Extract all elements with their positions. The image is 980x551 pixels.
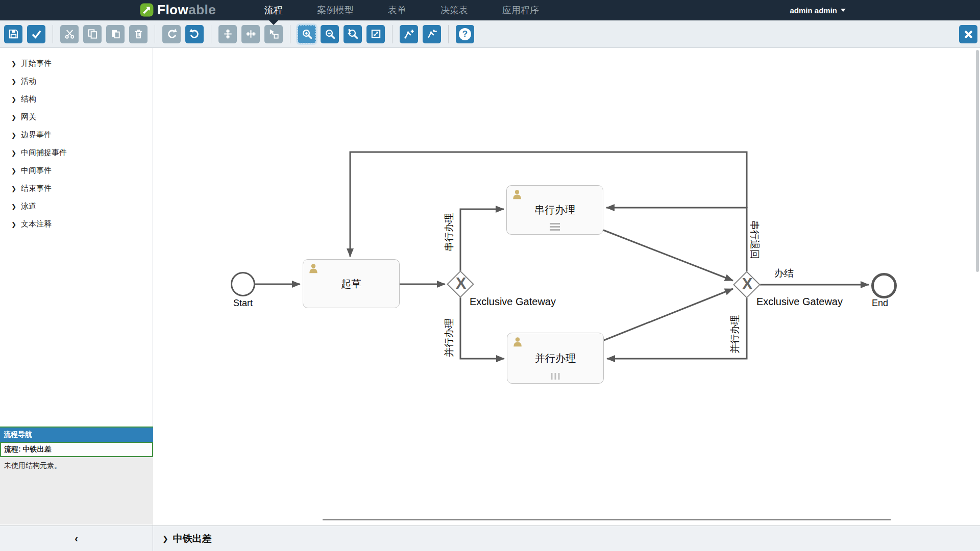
sequential-multi-instance-icon <box>550 223 560 231</box>
toolbar-separator <box>392 25 393 43</box>
toolbar-separator <box>211 25 211 43</box>
align-vertical-icon <box>222 28 234 40</box>
palette-group-end-events[interactable]: ❯结束事件 <box>0 180 153 197</box>
toolbar-separator <box>155 25 155 43</box>
same-size-button[interactable] <box>264 25 283 43</box>
trash-icon <box>133 28 144 40</box>
redo-button[interactable] <box>162 25 181 43</box>
validate-button[interactable] <box>27 25 45 43</box>
palette-group-text-annotation[interactable]: ❯文本注释 <box>0 215 153 233</box>
flow-serial-to-gateway2 <box>603 230 733 281</box>
palette-group-intermediate-events[interactable]: ❯中间事件 <box>0 162 153 180</box>
add-bendpoint-icon <box>403 28 415 40</box>
start-event[interactable] <box>231 272 255 296</box>
bottom-bar: ‹ ❯ 中铁出差 <box>0 525 980 551</box>
zoom-in-icon <box>301 28 313 40</box>
user-task-icon <box>511 189 523 200</box>
undo-icon <box>189 28 201 40</box>
cut-button[interactable] <box>60 25 79 43</box>
cut-icon <box>64 28 76 40</box>
editor-toolbar: 1 ? <box>0 20 980 48</box>
nav-tab-processes[interactable]: 流程 <box>264 0 283 20</box>
flow-gateway2-return-parallel <box>607 298 747 359</box>
parallel-multi-instance-icon <box>551 373 560 380</box>
palette-group-intermediate-catching-events[interactable]: ❯中间捕捉事件 <box>0 144 153 162</box>
edge-label-serial-branch: 串行办理 <box>443 213 456 252</box>
zoom-actual-button[interactable]: 1 <box>344 25 362 43</box>
chevron-right-icon: ❯ <box>11 96 16 103</box>
copy-button[interactable] <box>83 25 102 43</box>
collapse-sidebar-icon[interactable]: ‹ <box>75 533 78 544</box>
gateway-x-icon: X <box>456 274 467 293</box>
close-editor-button[interactable] <box>959 25 977 43</box>
chevron-right-icon: ❯ <box>11 168 16 174</box>
canvas-vertical-scrollbar[interactable] <box>976 50 979 272</box>
task-parallel-label: 并行办理 <box>535 352 576 365</box>
task-draft-label: 起草 <box>341 277 361 291</box>
flow-parallel-to-gateway2 <box>604 289 733 340</box>
shape-palette: ❯开始事件 ❯活动 ❯结构 ❯网关 ❯边界事件 ❯中间捕捉事件 ❯中间事件 ❯结… <box>0 48 153 233</box>
align-horizontal-button[interactable] <box>241 25 260 43</box>
palette-group-boundary-events[interactable]: ❯边界事件 <box>0 126 153 144</box>
same-size-icon <box>268 28 280 40</box>
palette-group-activities[interactable]: ❯活动 <box>0 72 153 90</box>
nav-tab-case-models[interactable]: 案例模型 <box>317 0 354 20</box>
edge-label-serial-return: 串行退回 <box>748 220 761 259</box>
align-vertical-button[interactable] <box>218 25 237 43</box>
palette-group-swimlanes[interactable]: ❯泳道 <box>0 197 153 215</box>
help-icon: ? <box>459 28 471 40</box>
chevron-right-icon: ❯ <box>11 186 16 192</box>
zoom-fit-icon <box>370 28 382 40</box>
flowable-logo-icon <box>139 2 155 18</box>
palette-group-start-events[interactable]: ❯开始事件 <box>0 55 153 72</box>
diagram-canvas[interactable]: Start 起草 X Exclusive Gateway 串行办理 并行办理 X… <box>153 48 980 525</box>
add-bendpoint-button[interactable] <box>400 25 418 43</box>
process-navigator-panel: 流程导航 流程: 中铁出差 未使用结构元素。 <box>0 427 153 525</box>
zoom-in-button[interactable] <box>298 25 316 43</box>
paste-icon <box>110 28 121 40</box>
task-draft[interactable]: 起草 <box>303 259 400 308</box>
chevron-right-icon: ❯ <box>11 150 16 156</box>
task-serial-label: 串行办理 <box>534 203 575 217</box>
nav-tab-apps[interactable]: 应用程序 <box>502 0 539 20</box>
exclusive-gateway-2-label: Exclusive Gateway <box>756 296 843 308</box>
toolbar-separator <box>448 25 449 43</box>
save-button[interactable] <box>4 25 22 43</box>
close-icon <box>963 29 974 40</box>
help-button[interactable]: ? <box>456 25 474 43</box>
task-parallel[interactable]: 并行办理 <box>507 333 604 384</box>
nav-tab-decision-tables[interactable]: 决策表 <box>440 0 468 20</box>
canvas-horizontal-scrollbar[interactable] <box>323 519 891 520</box>
sidebar-collapse-area: ‹ <box>0 526 153 551</box>
user-menu[interactable]: admin admin <box>790 0 846 20</box>
gateway-x-icon: X <box>742 275 753 293</box>
edge-label-complete: 办结 <box>764 267 804 280</box>
palette-group-structural[interactable]: ❯结构 <box>0 90 153 108</box>
zoom-out-icon <box>324 28 336 40</box>
undo-button[interactable] <box>185 25 204 43</box>
edge-label-parallel-return: 并行办理 <box>728 315 742 354</box>
end-event[interactable] <box>871 273 897 298</box>
palette-group-gateways[interactable]: ❯网关 <box>0 108 153 126</box>
process-navigator-note: 未使用结构元素。 <box>0 457 153 524</box>
delete-button[interactable] <box>129 25 148 43</box>
zoom-fit-button[interactable] <box>366 25 385 43</box>
process-name: 中铁出差 <box>173 532 212 545</box>
property-panel-header[interactable]: ❯ 中铁出差 <box>153 526 980 551</box>
user-task-icon <box>512 336 523 347</box>
chevron-right-icon: ❯ <box>11 79 16 85</box>
zoom-out-button[interactable] <box>321 25 339 43</box>
process-navigator-selected-item[interactable]: 流程: 中铁出差 <box>0 442 153 457</box>
chevron-right-icon: ❯ <box>11 204 16 210</box>
task-serial[interactable]: 串行办理 <box>506 185 603 235</box>
remove-bendpoint-button[interactable] <box>423 25 441 43</box>
copy-icon <box>87 28 99 40</box>
zoom-actual-glyph: 1 <box>348 28 351 35</box>
nav-tab-forms[interactable]: 表单 <box>388 0 406 20</box>
start-event-label: Start <box>223 298 263 309</box>
shape-palette-sidebar: ❯开始事件 ❯活动 ❯结构 ❯网关 ❯边界事件 ❯中间捕捉事件 ❯中间事件 ❯结… <box>0 48 153 525</box>
paste-button[interactable] <box>106 25 125 43</box>
flowable-logo[interactable]: Flowable <box>139 2 216 18</box>
end-event-label: End <box>860 298 900 309</box>
edge-label-parallel-branch: 并行办理 <box>443 318 456 357</box>
